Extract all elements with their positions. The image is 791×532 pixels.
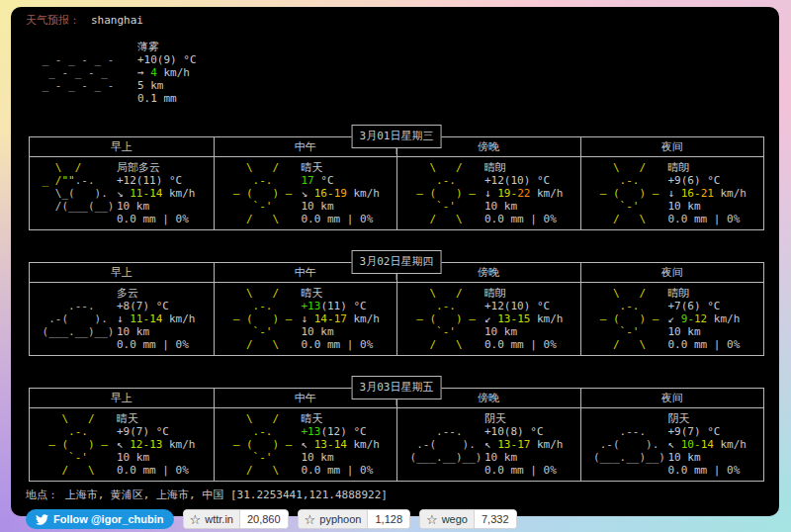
visibility-text: 10 km [484,325,580,338]
date-label: 3月02日星期四 [352,250,442,274]
temperature-text: 17 °C [302,174,397,187]
wind-arrow: ↖ [668,438,681,451]
star-count: 1,128 [368,510,409,528]
wind-high: 12 [694,312,707,325]
star-icon: ☆ [305,513,316,526]
visibility-text: 10 km [668,200,764,213]
temperature-text: +7(6) °C [668,300,764,312]
wind-high: 14 [149,187,162,200]
temperature-text: +8(7) °C [117,300,214,312]
wind-unit: km/h [347,187,380,200]
precipitation-text: 0.0 mm | 0% [117,464,214,477]
wind-low: 12 [130,438,142,451]
date-label: 3月03日星期五 [352,376,442,399]
wind-low: 13 [497,438,510,451]
wind-arrow: ↘ [302,187,314,200]
current-precipitation-text: 0.1 mm [137,92,197,105]
wind-arrow: ↓ [484,187,497,200]
day-section: 3月03日星期五早上中午傍晚夜间 \ / .-. – ( ) – `-' / \… [29,376,764,482]
temperature-text: +10(8) °C [484,425,580,438]
wind-arrow: ↓ [668,187,681,200]
wind-arrow: ↖ [117,438,130,451]
temperature-text: +12(11) °C [117,174,214,187]
precipitation-text: 0.0 mm | 0% [302,338,397,351]
wind-low: 10 [681,438,694,451]
column-header-morning: 早上 [30,263,214,282]
wind-high: 14 [701,438,714,451]
forecast-text: 晴天17 °C↘ 16-19 km/h10 km0.0 mm | 0% [302,161,397,225]
forecast-cell-noon: \ / .-. – ( ) – `-' / \晴天+13(11) °C↓ 14-… [214,283,397,355]
wind-text: ↓ 16-21 km/h [668,187,764,200]
forecast-cell-night: \ / .-. – ( ) – `-' / \晴朗+9(6) °C↓ 16-21… [580,157,764,229]
badges-bar: Follow @igor_chubin ☆wttr.in 20,860 ☆pyp… [26,509,767,529]
wind-text: ↖ 13-17 km/h [484,438,580,451]
forecast-text: 局部多云+12(11) °C↘ 11-14 km/h10 km0.0 mm | … [117,161,214,225]
visibility-text: 10 km [302,325,397,338]
weather-art: \ / .-. – ( ) – `-' / \ [403,161,484,225]
forecast-text: 晴朗+9(6) °C↓ 16-21 km/h10 km0.0 mm | 0% [668,161,764,225]
star-icon: ☆ [190,513,202,526]
table-body-row: .--. .-( ). (___.__)__) 多云+8(7) °C↓ 11-1… [30,283,763,355]
github-badge-wego[interactable]: ☆wego 7,332 [419,509,516,529]
wind-high: 22 [517,187,530,200]
visibility-text: 10 km [668,325,764,338]
condition-text: 晴朗 [668,161,764,174]
wind-unit: km/h [714,187,747,200]
current-wind-text: → 4 km/h [137,66,197,79]
wind-text: ↖ 10-14 km/h [668,438,764,451]
report-label: 天气预报： [26,14,80,27]
visibility-text: 10 km [302,451,397,464]
twitter-follow-button[interactable]: Follow @igor_chubin [26,509,174,529]
precipitation-text: 0.0 mm | 0% [668,464,764,477]
wind-text: ↙ 13-15 km/h [484,312,580,325]
forecast-cell-noon: \ / .-. – ( ) – `-' / \晴天17 °C↘ 16-19 km… [214,157,397,229]
weather-art: \ / .-. – ( ) – `-' / \ [36,412,117,477]
temperature-text: +13(11) °C [302,300,397,312]
wind-low: 19 [497,187,510,200]
gradient-frame: 天气预报：shanghai _ - _ - _ - _ - _ - _ _ - … [0,0,791,532]
wind-unit: km/h [530,438,563,451]
day-section: 3月01日星期三早上中午傍晚夜间 \ / _ /"".-. \_( ). /(_… [29,125,764,230]
github-badge-pyphoon[interactable]: ☆pyphoon 1,128 [298,509,410,529]
date-label: 3月01日星期三 [352,125,442,148]
weather-art: \ / .-. – ( ) – `-' / \ [403,287,484,351]
wind-unit: km/h [530,312,563,325]
wind-low: 13 [497,312,510,325]
precipitation-text: 0.0 mm | 0% [302,213,397,225]
condition-text: 晴天 [117,412,214,425]
wind-text: ↓ 14-17 km/h [302,312,397,325]
forecast-days: 3月01日星期三早上中午傍晚夜间 \ / _ /"".-. \_( ). /(_… [26,125,767,482]
wind-low: 13 [314,438,327,451]
forecast-cell-evening: .--. .-( ). (___.__)__) 阴天+10(8) °C↖ 13-… [396,408,580,481]
condition-text: 晴天 [302,412,397,425]
forecast-cell-night: \ / .-. – ( ) – `-' / \晴朗+7(6) °C↙ 9-12 … [580,283,764,355]
column-header-night: 夜间 [580,389,764,407]
precipitation-text: 0.0 mm | 0% [117,213,214,225]
condition-text: 阴天 [484,412,580,425]
mist-art: _ - _ - _ - _ - _ - _ _ - _ - _ - [36,41,137,105]
wind-text: ↓ 11-14 km/h [117,312,214,325]
wind-high: 14 [149,312,162,325]
repo-name: pyphoon [319,513,361,526]
location-text: 上海市, 黄浦区, 上海市, 中国 [31.2253441,121.488892… [65,488,388,501]
visibility-text: 10 km [302,200,397,213]
precipitation-text: 0.0 mm | 0% [484,213,580,225]
weather-art: \ / _ /"".-. \_( ). /(___(__) [36,161,117,225]
forecast-text: 晴朗+7(6) °C↙ 9-12 km/h10 km0.0 mm | 0% [668,287,764,351]
twitter-bird-icon [36,513,48,526]
precipitation-text: 0.0 mm | 0% [117,338,214,351]
forecast-text: 晴朗+12(10) °C↙ 13-15 km/h10 km0.0 mm | 0% [484,287,580,351]
github-badge-wttrin[interactable]: ☆wttr.in 20,860 [183,509,289,529]
wind-speed: 4 [150,66,157,79]
current-visibility-text: 5 km [137,79,197,92]
wind-arrow: ↙ [668,312,681,325]
condition-text: 局部多云 [117,161,214,174]
wind-text: ↘ 16-19 km/h [302,187,397,200]
current-temperature-text: +10(9) °C [137,53,197,66]
wind-high: 19 [334,187,347,200]
wind-unit: km/h [162,187,195,200]
terminal-window: 天气预报：shanghai _ - _ - _ - _ - _ - _ _ - … [11,7,779,516]
wind-arrow: ↓ [117,312,130,325]
forecast-text: 多云+8(7) °C↓ 11-14 km/h10 km0.0 mm | 0% [117,287,214,351]
condition-text: 晴朗 [668,287,764,300]
